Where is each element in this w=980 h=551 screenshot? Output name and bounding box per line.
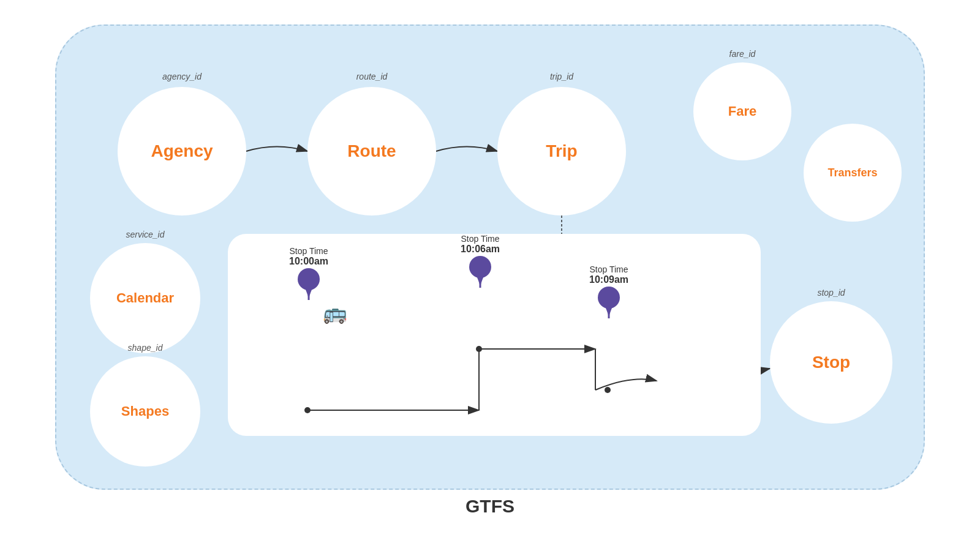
- agency-label: Agency: [151, 141, 213, 161]
- stop-node: stop_id Stop: [770, 301, 892, 424]
- stop-id-label: stop_id: [817, 288, 845, 298]
- route-path-svg: [228, 234, 761, 436]
- diagram-wrapper: agency_id Agency route_id Route trip_id …: [31, 24, 949, 527]
- trip-id-label: trip_id: [550, 72, 573, 81]
- stop-label: Stop: [812, 353, 850, 372]
- transfers-label: Transfers: [827, 167, 877, 179]
- fare-label: Fare: [728, 103, 756, 119]
- route-node: route_id Route: [307, 87, 436, 216]
- route-label: Route: [347, 141, 396, 161]
- calendar-label: Calendar: [116, 290, 174, 306]
- calendar-node: service_id Calendar: [90, 243, 200, 353]
- calendar-id-label: service_id: [126, 230, 164, 239]
- main-container: agency_id Agency route_id Route trip_id …: [55, 24, 925, 490]
- fare-node: fare_id Fare: [693, 62, 791, 160]
- trip-node: trip_id Trip: [497, 87, 626, 216]
- inner-route-panel: Stop Time 10:00am 🚌 Stop Time 10:06am: [228, 234, 761, 436]
- shapes-id-label: shape_id: [128, 343, 163, 353]
- shapes-node: shape_id Shapes: [90, 356, 200, 467]
- svg-point-23: [605, 387, 611, 393]
- agency-id-label: agency_id: [162, 72, 202, 81]
- transfers-node: Transfers: [804, 124, 902, 222]
- route-id-label: route_id: [356, 72, 388, 81]
- agency-node: agency_id Agency: [118, 87, 246, 216]
- gtfs-label: GTFS: [466, 496, 514, 516]
- shapes-label: Shapes: [121, 403, 169, 419]
- fare-id-label: fare_id: [729, 49, 756, 59]
- gtfs-title: GTFS: [466, 496, 514, 517]
- trip-label: Trip: [546, 141, 577, 161]
